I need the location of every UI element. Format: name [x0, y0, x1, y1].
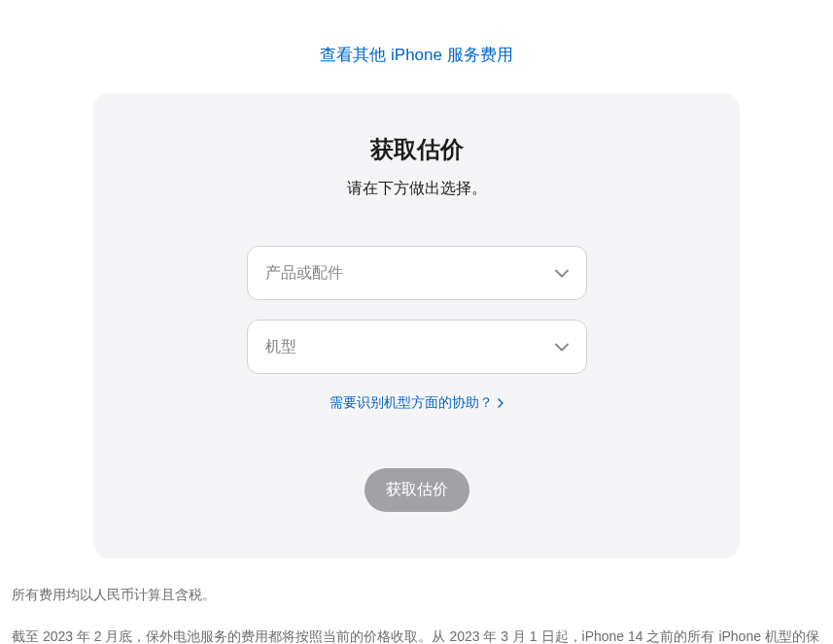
footnote-tax: 所有费用均以人民币计算且含税。: [12, 582, 821, 608]
model-select[interactable]: 机型: [247, 320, 587, 374]
model-select-placeholder: 机型: [265, 337, 555, 357]
chevron-down-icon: [555, 343, 569, 352]
product-select[interactable]: 产品或配件: [247, 246, 587, 300]
top-nav-link-wrap: 查看其他 iPhone 服务费用: [0, 0, 833, 93]
footnote-price-change: 截至 2023 年 2 月底，保外电池服务的费用都将按照当前的价格收取。从 20…: [12, 624, 821, 644]
card-title: 获取估价: [93, 134, 740, 165]
estimate-card: 获取估价 请在下方做出选择。 产品或配件 机型 需要识别机型方面的协助？ 获取估…: [93, 93, 740, 559]
submit-wrap: 获取估价: [93, 468, 740, 512]
help-identify-link-wrap: 需要识别机型方面的协助？: [93, 393, 740, 412]
chevron-right-icon: [498, 395, 503, 411]
help-identify-link[interactable]: 需要识别机型方面的协助？: [330, 394, 504, 410]
card-subtitle: 请在下方做出选择。: [93, 179, 740, 199]
footnotes: 所有费用均以人民币计算且含税。 截至 2023 年 2 月底，保外电池服务的费用…: [0, 559, 833, 644]
other-service-fees-link[interactable]: 查看其他 iPhone 服务费用: [320, 46, 512, 64]
get-estimate-button[interactable]: 获取估价: [364, 468, 469, 512]
product-select-placeholder: 产品或配件: [265, 263, 555, 284]
chevron-down-icon: [555, 269, 569, 278]
help-identify-label: 需要识别机型方面的协助？: [330, 394, 493, 410]
